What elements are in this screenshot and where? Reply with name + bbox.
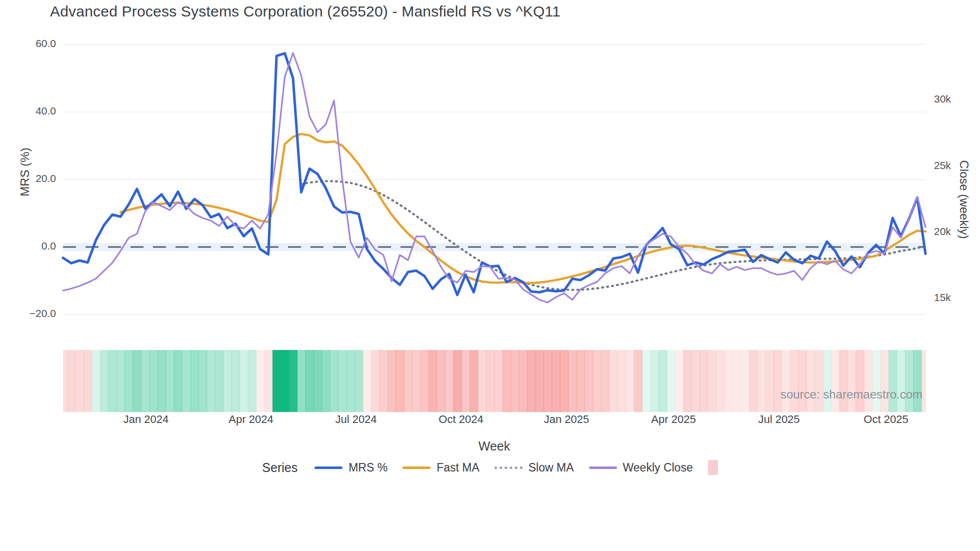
x-tick-label: Jul 2025 xyxy=(758,413,800,426)
slow-ma-line xyxy=(301,181,926,290)
heatmap-cell xyxy=(848,350,856,412)
heatmap-cell xyxy=(141,350,150,412)
heatmap-cell xyxy=(92,350,100,412)
heatmap-cell xyxy=(782,350,790,412)
heatmap-cell xyxy=(380,350,388,412)
heatmap-cell xyxy=(470,350,478,412)
mrs-line-swatch-icon xyxy=(314,466,342,469)
legend-item-mrs[interactable]: MRS % xyxy=(314,461,388,474)
heatmap-cell xyxy=(864,350,872,412)
heatmap-cell xyxy=(618,350,626,412)
left-tick-label: 20.0 xyxy=(11,172,56,184)
left-axis-title: MRS (%) xyxy=(18,132,32,212)
heatmap-cell xyxy=(297,350,306,412)
heatmap-cell xyxy=(437,350,446,412)
heatmap-cell xyxy=(354,350,363,412)
heatmap-cell xyxy=(166,350,174,412)
heatmap-cell xyxy=(190,350,199,412)
heatmap-cell xyxy=(683,350,692,412)
heatmap-cell xyxy=(256,350,264,412)
heatmap-cell xyxy=(913,350,922,412)
heatmap-cell xyxy=(100,350,108,412)
heatmap-cell xyxy=(814,350,823,412)
heatmap-cell xyxy=(658,350,667,412)
heatmap-cell xyxy=(774,350,782,412)
fast-ma-line-swatch-icon xyxy=(402,466,430,469)
heatmap-cell xyxy=(922,350,926,412)
heatmap-cell xyxy=(346,350,355,412)
slow-ma-dotted-swatch-icon xyxy=(494,466,522,469)
heatmap-cell xyxy=(790,350,798,412)
right-tick-label: 30k xyxy=(934,93,951,105)
heatmap-cell xyxy=(872,350,880,412)
heatmap-cell xyxy=(289,350,298,412)
heatmap-cell xyxy=(158,350,166,412)
heatmap-cell xyxy=(108,350,116,412)
heatmap-cell xyxy=(905,350,914,412)
heatmap-cell xyxy=(84,350,92,412)
legend-label-mrs: MRS % xyxy=(348,461,388,474)
heatmap-cell xyxy=(314,350,322,412)
heatmap-cell xyxy=(593,350,602,412)
heatmap-cell xyxy=(626,350,634,412)
heatmap-cell xyxy=(67,350,76,412)
heatmap-cell xyxy=(880,350,889,412)
heatmap-cell xyxy=(412,350,420,412)
heatmap-cell xyxy=(223,350,232,412)
heatmap-cell xyxy=(420,350,429,412)
left-tick-label: 40.0 xyxy=(11,105,56,117)
legend-item-slow-ma[interactable]: Slow MA xyxy=(494,461,574,474)
heatmap-cell xyxy=(757,350,766,412)
heatmap-cell xyxy=(642,350,650,412)
heatmap-cell xyxy=(478,350,486,412)
heatmap-cell xyxy=(404,350,412,412)
x-tick-label: Oct 2025 xyxy=(864,413,908,426)
heatmap-cell xyxy=(198,350,207,412)
x-tick-label: Jan 2024 xyxy=(124,413,169,426)
source-watermark: source: sharemaestro.com xyxy=(780,388,922,402)
heatmap-cell xyxy=(306,350,314,412)
heatmap-cell xyxy=(560,350,568,412)
heatmap-cell xyxy=(322,350,330,412)
heatmap-cell xyxy=(63,350,68,412)
heatmap-cell xyxy=(552,350,560,412)
heatmap-cell xyxy=(371,350,380,412)
heatmap-cell xyxy=(610,350,618,412)
heatmap-cell xyxy=(510,350,519,412)
heatmap-cell xyxy=(207,350,216,412)
heatmap-cell xyxy=(840,350,848,412)
heatmap-cell xyxy=(766,350,774,412)
heatmap-cell xyxy=(749,350,758,412)
page-title: Advanced Process Systems Corporation (26… xyxy=(50,3,560,20)
heatmap-cell xyxy=(527,350,536,412)
heatmap-cell xyxy=(215,350,224,412)
x-tick-label: Apr 2025 xyxy=(651,413,696,426)
heatmap-cell xyxy=(248,350,256,412)
heatmap-cell xyxy=(897,350,906,412)
legend-item-heatmap[interactable] xyxy=(708,460,718,475)
legend-item-fast-ma[interactable]: Fast MA xyxy=(402,461,480,474)
heatmap-cell xyxy=(150,350,158,412)
legend-title: Series xyxy=(262,460,298,475)
heatmap-swatch-icon xyxy=(708,460,718,475)
right-tick-label: 15k xyxy=(934,292,951,304)
heatmap-cell xyxy=(240,350,248,412)
heatmap-cell xyxy=(650,350,659,412)
legend-label-weekly-close: Weekly Close xyxy=(623,461,693,474)
heatmap-cell xyxy=(576,350,585,412)
x-tick-label: Jul 2024 xyxy=(335,413,376,426)
heatmap-cell xyxy=(667,350,676,412)
legend-label-slow-ma: Slow MA xyxy=(528,461,574,474)
x-tick-label: Oct 2024 xyxy=(438,413,483,426)
heatmap-cell xyxy=(174,350,182,412)
heatmap-cell xyxy=(568,350,576,412)
heatmap-cell xyxy=(264,350,273,412)
right-axis-title: Close (weekly) xyxy=(957,154,971,244)
left-tick-label: 60.0 xyxy=(11,38,56,50)
heatmap-cell xyxy=(724,350,733,412)
left-tick-label: 0.0 xyxy=(11,240,56,252)
legend-item-weekly-close[interactable]: Weekly Close xyxy=(589,461,693,474)
heatmap-cell xyxy=(133,350,142,412)
legend: Series MRS % Fast MA Slow MA Weekly Clos… xyxy=(0,460,980,475)
heatmap-cell xyxy=(823,350,832,412)
